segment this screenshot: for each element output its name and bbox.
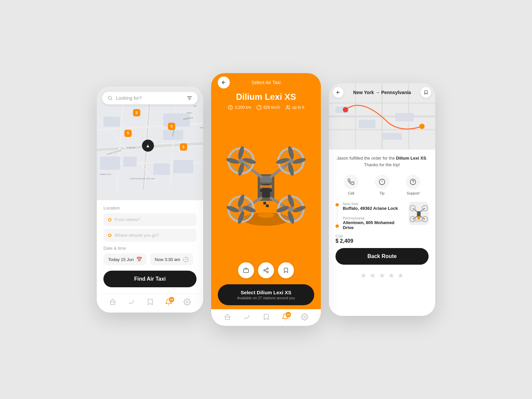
star-5[interactable]: ★ (397, 271, 404, 280)
find-air-taxi-button[interactable]: Find Air Taxi (103, 271, 197, 287)
nav2-bookmark[interactable] (262, 313, 270, 321)
nav2-home[interactable] (224, 313, 231, 321)
stars-row: ★ ★ ★ ★ ★ (335, 269, 429, 283)
phone-1: Lincoln Park Ave N Solo St Wabash Ave El… (97, 86, 203, 313)
spec-passengers: up to 6 (285, 105, 305, 110)
share-button[interactable] (258, 262, 274, 278)
svg-rect-76 (266, 202, 269, 204)
svg-text:N Solo St: N Solo St (127, 147, 135, 149)
current-location-marker: ▲ (142, 140, 154, 152)
svg-rect-12 (153, 163, 170, 175)
tip-circle (375, 175, 389, 189)
save-button[interactable] (278, 262, 294, 278)
map-marker-4[interactable]: S (133, 109, 140, 116)
to-dot (108, 234, 111, 237)
phone1-bottom: Location From where? Where whould you go… (97, 200, 203, 294)
datetime-section: Date & time Today 15 Jun 📅 Now 3:30 am 🕐 (103, 246, 197, 265)
svg-rect-13 (173, 160, 193, 173)
star-2[interactable]: ★ (369, 271, 376, 280)
nav2-settings[interactable] (301, 313, 308, 321)
star-1[interactable]: ★ (360, 271, 367, 280)
svg-rect-11 (123, 157, 137, 167)
back-route-button[interactable]: Back Route (335, 248, 429, 265)
date-value: Today 15 Jun (108, 257, 134, 262)
cost-label: Cost (335, 234, 429, 238)
svg-rect-10 (100, 157, 120, 170)
star-3[interactable]: ★ (379, 271, 385, 280)
svg-point-86 (304, 316, 306, 318)
nav2-notifications[interactable]: 15 (282, 313, 289, 321)
settings2-icon (301, 313, 308, 321)
svg-text:N Br...: N Br... (200, 127, 203, 129)
date-pill[interactable]: Today 15 Jun 📅 (103, 253, 147, 265)
spec-range: 3,200 km (228, 105, 251, 110)
phone1-bottom-nav: 15 (97, 294, 203, 313)
tip-action[interactable]: Tip (375, 175, 389, 195)
action-buttons (211, 259, 321, 282)
support-label: Support (407, 191, 420, 195)
support-action[interactable]: Support (406, 175, 420, 195)
map-marker-3[interactable]: S (180, 143, 187, 151)
select-btn-label: Select Dilium Lexi XS (241, 290, 292, 295)
nav-notifications[interactable]: 15 (165, 298, 172, 307)
map-search-bar[interactable]: Looking for? (102, 92, 198, 104)
from-input[interactable]: From where? (103, 213, 197, 226)
bookmark3-icon (424, 90, 428, 95)
notification-badge-2: 15 (286, 312, 291, 317)
nav-settings[interactable] (184, 298, 191, 307)
speed-icon (256, 105, 262, 110)
svg-text:El Monte Busway (Toll road): El Monte Busway (Toll road) (130, 178, 155, 180)
nav-home[interactable] (109, 298, 116, 307)
back-button[interactable] (218, 76, 230, 88)
svg-point-32 (186, 301, 188, 303)
svg-text:Valley: Valley (187, 112, 192, 114)
datetime-row: Today 15 Jun 📅 Now 3:30 am 🕐 (103, 253, 197, 265)
svg-point-82 (267, 271, 268, 273)
phone2-header-title: Select Air Taxi (251, 80, 281, 85)
stop-to-city: Pennsylvania (343, 216, 405, 220)
map-marker-1[interactable]: S (124, 130, 132, 137)
passengers-icon (285, 105, 291, 110)
svg-rect-97 (395, 113, 414, 121)
call-circle (344, 175, 358, 189)
cost-value: $ 2,409 (335, 238, 429, 244)
to-input[interactable]: Where whould you go? (103, 229, 197, 242)
call-action[interactable]: Call (344, 175, 358, 195)
clock-icon: 🕐 (183, 257, 189, 262)
svg-point-73 (258, 212, 274, 218)
star-4[interactable]: ★ (388, 271, 395, 280)
phone2-bottom: 15 (211, 309, 321, 326)
map-marker-2[interactable]: S (168, 123, 175, 130)
filter-icon[interactable] (187, 95, 193, 101)
spec-range-value: 3,200 km (235, 105, 251, 110)
3d-view-button[interactable] (238, 262, 254, 278)
nav-route[interactable] (128, 298, 135, 307)
search-icon (107, 95, 113, 101)
thumbnail-drone (410, 204, 428, 223)
svg-point-80 (267, 268, 268, 270)
notification-badge: 15 (169, 297, 174, 302)
time-pill[interactable]: Now 3:30 am 🕐 (150, 253, 193, 265)
phone3-content: Jason fulfilled the order for the Dilium… (329, 150, 435, 316)
nav-bookmark[interactable] (146, 298, 154, 307)
support-circle (406, 175, 420, 189)
tip-icon (379, 179, 385, 185)
svg-point-61 (238, 206, 244, 212)
svg-point-81 (264, 270, 265, 271)
vehicle-thumbnail (409, 202, 429, 225)
stop-from-city: New York (343, 202, 405, 206)
phone2-header: Select Air Taxi (211, 73, 321, 88)
from-dot (108, 218, 111, 221)
phone3-bookmark[interactable] (421, 87, 431, 98)
stop-dot-to (335, 224, 339, 228)
action-row: Call Tip Support (335, 172, 429, 198)
nav2-route[interactable] (243, 313, 250, 321)
svg-point-108 (422, 205, 428, 211)
svg-rect-39 (260, 185, 272, 188)
calendar-icon: 📅 (136, 257, 142, 262)
route-title: New York → Pennsylvania (346, 90, 418, 95)
select-vehicle-button[interactable]: Select Dilium Lexi XS Available on 27 st… (218, 284, 314, 305)
back-icon (336, 90, 340, 95)
phone3-back-button[interactable] (333, 87, 343, 98)
select-btn-sub: Available on 27 stations around you (223, 296, 309, 300)
